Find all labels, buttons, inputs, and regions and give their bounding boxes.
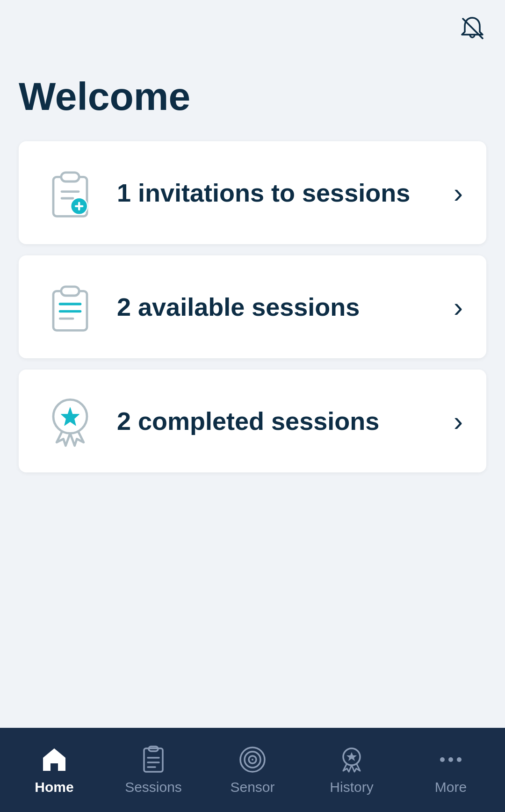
svg-point-27 (440, 757, 445, 762)
completed-sessions-card[interactable]: 2 completed sessions › (19, 370, 486, 472)
nav-item-sessions[interactable]: Sessions (104, 745, 203, 795)
more-icon (436, 745, 466, 775)
clipboard-list-icon (42, 279, 98, 335)
svg-point-28 (448, 757, 453, 762)
nav-item-history[interactable]: History (302, 745, 401, 795)
nav-item-more[interactable]: More (401, 745, 500, 795)
nav-item-sensor[interactable]: Sensor (203, 745, 302, 795)
svg-rect-10 (61, 287, 79, 296)
bottom-nav: Home Sessions Sensor (0, 728, 505, 812)
svg-point-29 (457, 757, 462, 762)
sessions-icon (138, 745, 168, 775)
history-icon (337, 745, 367, 775)
bell-icon[interactable] (458, 14, 486, 42)
main-content: Welcome 1 invitations to sessions › (0, 0, 505, 737)
nav-label-more: More (435, 779, 467, 795)
nav-item-home[interactable]: Home (5, 745, 104, 795)
available-arrow: › (454, 291, 463, 323)
available-sessions-card[interactable]: 2 available sessions › (19, 255, 486, 358)
svg-marker-26 (346, 752, 357, 761)
award-icon (42, 393, 98, 449)
clipboard-plus-icon (42, 165, 98, 221)
completed-text: 2 completed sessions (117, 406, 435, 436)
nav-label-history: History (330, 779, 373, 795)
nav-label-sensor: Sensor (230, 779, 274, 795)
page-title: Welcome (19, 75, 486, 118)
completed-arrow: › (454, 405, 463, 437)
nav-label-home: Home (35, 779, 73, 795)
invitations-text: 1 invitations to sessions (117, 178, 435, 208)
home-icon (39, 745, 69, 775)
available-text: 2 available sessions (117, 292, 435, 322)
invitations-card[interactable]: 1 invitations to sessions › (19, 141, 486, 244)
nav-label-sessions: Sessions (125, 779, 182, 795)
svg-rect-2 (61, 173, 79, 181)
invitations-arrow: › (454, 177, 463, 209)
header (0, 0, 505, 47)
svg-point-24 (252, 759, 253, 761)
sensor-icon (238, 745, 267, 775)
